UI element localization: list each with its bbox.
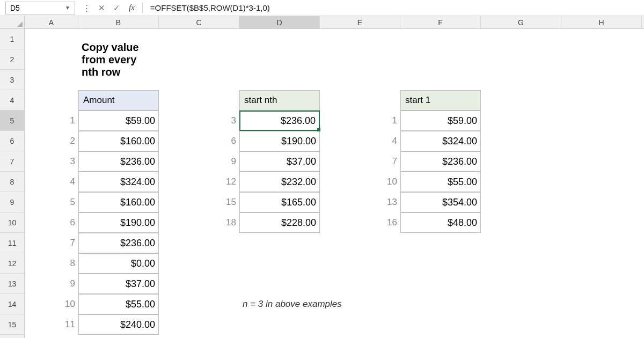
spreadsheet-grid: ABCDEFGH 123456789101112131415 Copy valu… [0, 16, 644, 338]
col-header-D[interactable]: D [239, 16, 320, 28]
formula-bar: D5 ▼ ⋮ ✕ ✓ fx =OFFSET($B$5,ROW(D1)*3-1,0… [0, 0, 644, 16]
col-header-A[interactable]: A [25, 16, 78, 28]
select-all-corner[interactable] [0, 16, 25, 29]
value-cell[interactable]: $232.00 [239, 172, 320, 192]
value-cell[interactable]: $190.00 [239, 131, 320, 151]
col-header-G[interactable]: G [481, 16, 561, 28]
index-cell[interactable]: 10 [25, 294, 78, 314]
row-header-6[interactable]: 6 [0, 131, 24, 151]
cancel-icon[interactable]: ✕ [97, 3, 106, 13]
row-header-8[interactable]: 8 [0, 172, 24, 192]
value-cell[interactable]: $228.00 [239, 212, 320, 233]
formula-buttons: ⋮ ✕ ✓ fx [78, 3, 140, 13]
col-header-H[interactable]: H [561, 16, 642, 28]
col-header-F[interactable]: F [400, 16, 481, 28]
sheet-title: Copy value from every nth row [78, 49, 159, 70]
enter-icon[interactable]: ✓ [112, 3, 121, 13]
row-header-12[interactable]: 12 [0, 253, 24, 274]
index-cell[interactable]: 13 [320, 192, 400, 212]
row-headers: 123456789101112131415 [0, 29, 25, 338]
value-cell[interactable]: $240.00 [78, 314, 159, 335]
index-cell[interactable]: 10 [320, 172, 400, 192]
index-cell[interactable]: 18 [159, 212, 239, 233]
row-header-3[interactable]: 3 [0, 70, 24, 90]
row-header-15[interactable]: 15 [0, 314, 24, 335]
value-cell[interactable]: $190.00 [78, 212, 159, 233]
index-cell[interactable]: 7 [25, 233, 78, 253]
index-cell[interactable]: 4 [320, 131, 400, 151]
row-header-7[interactable]: 7 [0, 151, 24, 172]
index-cell[interactable]: 5 [25, 192, 78, 212]
value-cell[interactable]: $55.00 [78, 294, 159, 314]
row-header-4[interactable]: 4 [0, 90, 24, 111]
row-header-13[interactable]: 13 [0, 274, 24, 294]
fx-icon[interactable]: fx [127, 3, 137, 12]
chevron-down-icon[interactable]: ▼ [65, 5, 70, 11]
value-cell[interactable]: $37.00 [78, 274, 159, 294]
value-cell[interactable]: $59.00 [78, 111, 159, 131]
value-cell[interactable]: $59.00 [400, 111, 481, 131]
row-header-2[interactable]: 2 [0, 49, 24, 70]
value-cell[interactable]: $324.00 [400, 131, 481, 151]
index-cell[interactable]: 6 [159, 131, 239, 151]
separator-icon: ⋮ [82, 3, 91, 13]
index-cell[interactable]: 1 [320, 111, 400, 131]
divider [142, 3, 143, 13]
col-header-B[interactable]: B [78, 16, 159, 28]
index-cell[interactable]: 1 [25, 111, 78, 131]
index-cell[interactable]: 15 [159, 192, 239, 212]
index-cell[interactable]: 7 [320, 151, 400, 172]
formula-input[interactable]: =OFFSET($B$5,ROW(D1)*3-1,0) [145, 3, 644, 12]
index-cell[interactable]: 12 [159, 172, 239, 192]
header-start-1[interactable]: start 1 [400, 90, 481, 111]
index-cell[interactable]: 9 [25, 274, 78, 294]
row-header-1[interactable]: 1 [0, 29, 24, 49]
index-cell[interactable]: 9 [159, 151, 239, 172]
name-box[interactable]: D5 ▼ [5, 2, 75, 14]
value-cell[interactable]: $55.00 [400, 172, 481, 192]
row-header-10[interactable]: 10 [0, 212, 24, 233]
column-headers: ABCDEFGH [25, 16, 644, 29]
value-cell[interactable]: $236.00 [78, 233, 159, 253]
value-cell[interactable]: $160.00 [78, 192, 159, 212]
index-cell[interactable]: 8 [25, 253, 78, 274]
value-cell[interactable]: $0.00 [78, 253, 159, 274]
note-text: n = 3 in above examples [239, 294, 454, 314]
index-cell[interactable]: 3 [159, 111, 239, 131]
value-cell[interactable]: $354.00 [400, 192, 481, 212]
index-cell[interactable]: 2 [25, 131, 78, 151]
row-header-14[interactable]: 14 [0, 294, 24, 314]
col-header-E[interactable]: E [320, 16, 400, 28]
value-cell[interactable]: $48.00 [400, 212, 481, 233]
header-amount[interactable]: Amount [78, 90, 159, 111]
col-header-C[interactable]: C [159, 16, 239, 28]
row-header-5[interactable]: 5 [0, 111, 24, 131]
index-cell[interactable]: 16 [320, 212, 400, 233]
row-header-9[interactable]: 9 [0, 192, 24, 212]
value-cell[interactable]: $165.00 [239, 192, 320, 212]
value-cell[interactable]: $160.00 [78, 131, 159, 151]
cells-area[interactable]: Copy value from every nth row Amount sta… [25, 29, 644, 338]
value-cell[interactable]: $236.00 [78, 151, 159, 172]
header-start-nth[interactable]: start nth [239, 90, 320, 111]
index-cell[interactable]: 11 [25, 314, 78, 335]
value-cell[interactable]: $236.00 [400, 151, 481, 172]
value-cell[interactable]: $324.00 [78, 172, 159, 192]
index-cell[interactable]: 6 [25, 212, 78, 233]
row-header-11[interactable]: 11 [0, 233, 24, 253]
value-cell[interactable]: $37.00 [239, 151, 320, 172]
value-cell[interactable]: $236.00 [239, 111, 320, 131]
index-cell[interactable]: 3 [25, 151, 78, 172]
index-cell[interactable]: 4 [25, 172, 78, 192]
name-box-value: D5 [10, 4, 20, 12]
